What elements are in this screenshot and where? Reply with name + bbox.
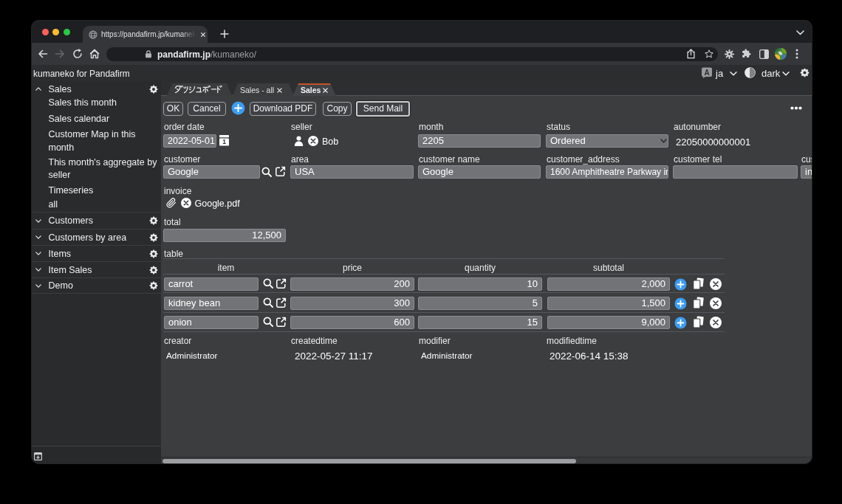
svg-text:A: A	[704, 69, 709, 77]
svg-text:1: 1	[222, 138, 226, 145]
